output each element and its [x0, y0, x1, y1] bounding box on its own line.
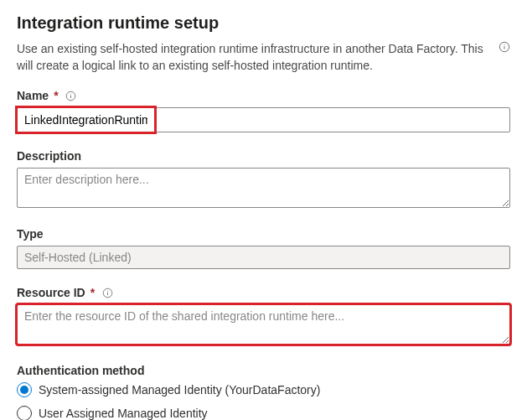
type-field: Type Self-Hosted (Linked)	[17, 227, 510, 269]
description-input[interactable]	[17, 168, 510, 208]
resource-id-input[interactable]	[17, 304, 510, 345]
auth-method-field: Authentication method System-assigned Ma…	[17, 364, 510, 420]
auth-option-user[interactable]: User Assigned Managed Identity	[17, 406, 510, 420]
required-asterisk: *	[90, 286, 95, 299]
info-icon[interactable]	[499, 41, 510, 58]
svg-point-8	[107, 290, 108, 291]
name-input-wrapper	[17, 107, 510, 132]
info-icon[interactable]	[101, 287, 113, 298]
auth-option-system-label: System-assigned Managed Identity (YourDa…	[39, 383, 320, 397]
resource-id-label: Resource ID *	[17, 286, 510, 299]
required-asterisk: *	[54, 89, 58, 102]
intro-text: Use an existing self-hosted integration …	[17, 41, 510, 74]
intro-text-content: Use an existing self-hosted integration …	[17, 42, 483, 72]
description-field: Description	[17, 149, 510, 210]
auth-method-label: Authentication method	[17, 364, 510, 377]
radio-icon	[17, 406, 32, 420]
type-input: Self-Hosted (Linked)	[17, 246, 510, 269]
description-label: Description	[17, 149, 510, 163]
type-label: Type	[17, 227, 510, 241]
resource-id-label-text: Resource ID	[17, 286, 85, 299]
name-label: Name *	[17, 89, 510, 102]
auth-option-user-label: User Assigned Managed Identity	[39, 407, 208, 420]
page-title: Integration runtime setup	[17, 13, 510, 33]
svg-point-5	[70, 93, 71, 94]
name-field: Name *	[17, 89, 510, 132]
name-label-text: Name	[17, 89, 49, 102]
radio-icon	[17, 382, 32, 397]
name-input[interactable]	[17, 107, 155, 132]
resource-id-field: Resource ID *	[17, 286, 510, 347]
auth-option-system[interactable]: System-assigned Managed Identity (YourDa…	[17, 382, 510, 397]
info-icon[interactable]	[65, 90, 77, 101]
svg-point-2	[504, 44, 504, 45]
